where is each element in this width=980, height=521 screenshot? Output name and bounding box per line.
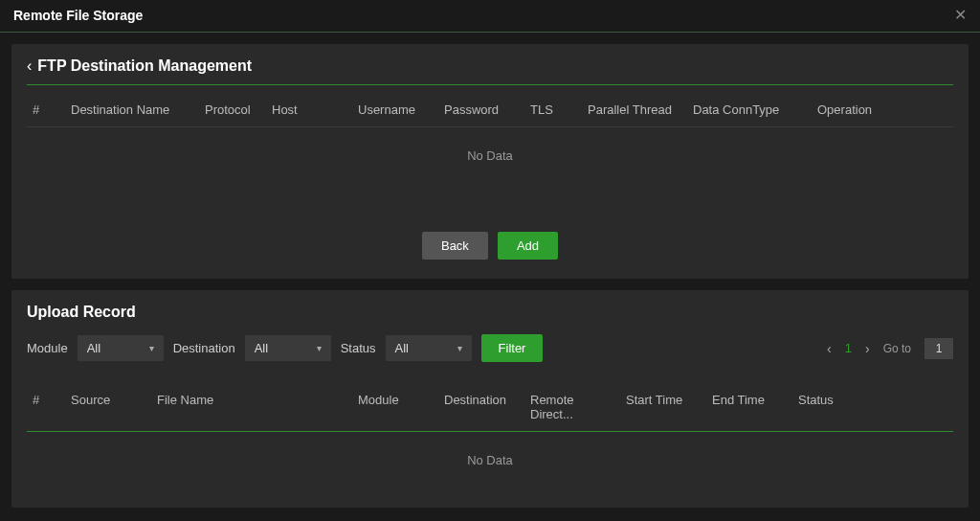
col-source: Source: [71, 393, 157, 421]
ftp-panel-header: ‹ FTP Destination Management: [27, 57, 953, 85]
titlebar-title: Remote File Storage: [13, 8, 143, 23]
upload-panel-title: Upload Record: [27, 304, 953, 321]
col-remote-dir: Remote Direct...: [530, 393, 626, 421]
col-dest-name: Destination Name: [71, 102, 205, 117]
col-operation: Operation: [817, 102, 947, 117]
col-number: #: [33, 393, 71, 421]
col-number: #: [33, 102, 71, 117]
col-host: Host: [272, 102, 358, 117]
destination-select[interactable]: All ▾: [245, 335, 331, 361]
col-end-time: End Time: [712, 393, 798, 421]
add-button[interactable]: Add: [498, 232, 558, 260]
col-destination: Destination: [444, 393, 530, 421]
status-select-value: All: [395, 341, 409, 355]
go-to-input[interactable]: [924, 338, 953, 359]
status-select[interactable]: All ▾: [386, 335, 472, 361]
ftp-button-row: Back Add: [27, 232, 953, 260]
module-select-value: All: [87, 341, 100, 355]
destination-label: Destination: [173, 341, 235, 355]
page-prev-icon[interactable]: ‹: [827, 341, 832, 356]
back-chevron-icon[interactable]: ‹: [27, 57, 32, 75]
filter-button[interactable]: Filter: [481, 334, 544, 362]
close-icon[interactable]: ✕: [954, 6, 967, 24]
go-to-label: Go to: [883, 342, 911, 355]
page-current[interactable]: 1: [845, 341, 852, 355]
destination-select-value: All: [255, 341, 268, 355]
ftp-panel-title: FTP Destination Management: [37, 57, 252, 75]
col-protocol: Protocol: [205, 102, 272, 117]
back-button[interactable]: Back: [422, 232, 488, 260]
upload-panel: Upload Record Module All ▾ Destination A…: [11, 290, 969, 508]
page-next-icon[interactable]: ›: [865, 341, 870, 356]
chevron-down-icon: ▾: [149, 343, 154, 353]
upload-filter-row: Module All ▾ Destination All ▾ Status Al…: [27, 334, 953, 362]
col-start-time: Start Time: [626, 393, 712, 421]
ftp-table-header: # Destination Name Protocol Host Usernam…: [27, 85, 953, 127]
col-filename: File Name: [157, 393, 358, 421]
col-tls: TLS: [530, 102, 588, 117]
module-label: Module: [27, 341, 68, 355]
upload-table-header: # Source File Name Module Destination Re…: [27, 375, 953, 432]
titlebar: Remote File Storage ✕: [0, 0, 980, 33]
upload-no-data: No Data: [27, 432, 953, 488]
col-module: Module: [358, 393, 444, 421]
module-select[interactable]: All ▾: [78, 335, 164, 361]
pagination: ‹ 1 › Go to: [827, 338, 953, 359]
chevron-down-icon: ▾: [317, 343, 322, 353]
col-password: Password: [444, 102, 530, 117]
col-username: Username: [358, 102, 444, 117]
ftp-panel: ‹ FTP Destination Management # Destinati…: [11, 44, 969, 279]
ftp-no-data: No Data: [27, 127, 953, 184]
col-parallel-thread: Parallel Thread: [588, 102, 693, 117]
col-status: Status: [798, 393, 947, 421]
chevron-down-icon: ▾: [457, 343, 462, 353]
col-data-conntype: Data ConnType: [693, 102, 817, 117]
status-label: Status: [341, 341, 376, 355]
